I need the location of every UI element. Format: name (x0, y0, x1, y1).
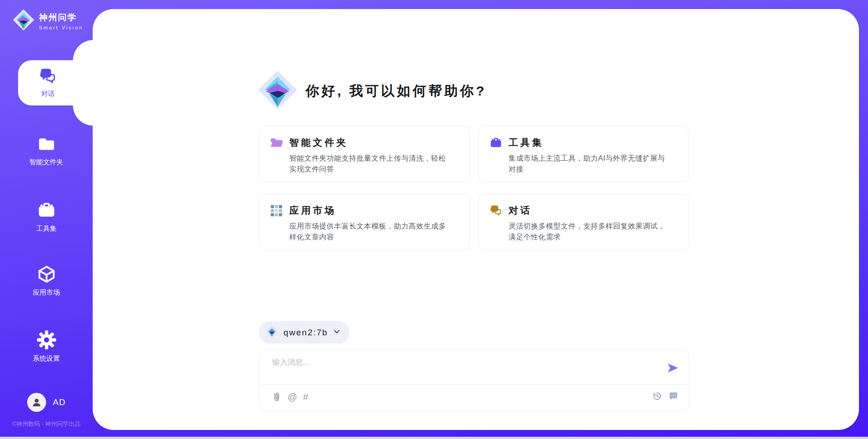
open-folder-icon (270, 137, 283, 149)
gear-icon (37, 330, 57, 352)
paperclip-icon (272, 391, 282, 402)
feature-cards: 智能文件夹 智能文件夹功能支持批量文件上传与清洗，轻松实现文件问答 工具集 集成… (259, 126, 689, 250)
main-panel: 你好, 我可以如何帮助你? 智能文件夹 智能文件夹功能支持批量文件上传与清洗，轻… (93, 9, 859, 430)
assistant-logo-icon (258, 70, 297, 112)
history-button[interactable] (652, 391, 662, 401)
card-title: 对话 (509, 204, 678, 217)
sidebar-item-chat[interactable]: 对话 (18, 60, 93, 105)
user-initials: AD (53, 397, 66, 407)
card-description: 应用市场提供丰富长文本模板，助力高效生成多样化文章内容 (289, 221, 452, 243)
card-chat[interactable]: 对话 灵活切换多模型文件，支持多样回复效果调试，满足个性化需求 (478, 194, 689, 250)
sidebar-item-settings[interactable]: 系统设置 (0, 330, 93, 363)
sidebar-item-toolbox[interactable]: 工具集 (0, 201, 93, 233)
toolbox-icon (37, 201, 56, 222)
sidebar: 神州问学 Smart Vision 对话 智能文件夹 工具集 (0, 0, 93, 439)
mention-button[interactable]: @ (288, 391, 297, 403)
sidebar-item-label: 智能文件夹 (29, 158, 63, 167)
sidebar-item-label: 系统设置 (33, 354, 60, 363)
model-selector[interactable]: qwen2:7b (259, 321, 349, 344)
chevron-down-icon (333, 328, 340, 337)
send-button[interactable] (666, 362, 679, 374)
quick-reply-button[interactable] (669, 391, 678, 401)
model-name: qwen2:7b (283, 328, 328, 338)
sidebar-item-label: 对话 (41, 90, 55, 98)
tab-fillet-top (72, 39, 93, 60)
card-app-market[interactable]: 应用市场 应用市场提供丰富长文本模板，助力高效生成多样化文章内容 (259, 194, 470, 250)
greeting-text: 你好, 我可以如何帮助你? (306, 82, 486, 100)
greeting-block: 你好, 我可以如何帮助你? (258, 70, 486, 112)
history-icon (652, 391, 662, 401)
card-title: 工具集 (509, 136, 678, 149)
sidebar-item-label: 应用市场 (33, 288, 60, 297)
sidebar-footer: ©神州数码 · 神州问学出品 (0, 420, 93, 428)
toolbox-icon (490, 137, 502, 149)
model-logo-icon (266, 325, 278, 339)
chat-bubble-icon (669, 391, 678, 401)
user-avatar-icon (31, 396, 42, 408)
card-title: 应用市场 (289, 204, 458, 217)
screen-bottom-edge (0, 437, 868, 439)
composer-tools: @ # (272, 391, 308, 403)
brand-text: 神州问学 Smart Vision (39, 12, 83, 30)
sidebar-item-app-market[interactable]: 应用市场 (0, 265, 93, 297)
folder-icon (37, 134, 56, 155)
attachment-button[interactable] (272, 391, 282, 402)
brand-logo: 神州问学 Smart Vision (13, 9, 83, 33)
card-description: 集成市场上主流工具，助力AI与外界无缝扩展与对接 (509, 153, 671, 175)
tab-fillet-bottom (72, 105, 93, 126)
message-composer: @ # (259, 349, 689, 411)
brand-title: 神州问学 (39, 12, 83, 24)
message-input[interactable] (272, 357, 656, 382)
sidebar-item-label: 工具集 (36, 224, 57, 233)
sidebar-item-smart-folder[interactable]: 智能文件夹 (0, 134, 93, 167)
send-icon (666, 362, 679, 374)
card-smart-folder[interactable]: 智能文件夹 智能文件夹功能支持批量文件上传与清洗，轻松实现文件问答 (259, 126, 470, 182)
card-toolbox[interactable]: 工具集 集成市场上主流工具，助力AI与外界无缝扩展与对接 (478, 126, 689, 182)
card-description: 灵活切换多模型文件，支持多样回复效果调试，满足个性化需求 (509, 221, 671, 243)
user-profile[interactable]: AD (0, 393, 93, 412)
chat-bubbles-icon (490, 205, 502, 217)
hashtag-button[interactable]: # (303, 391, 308, 403)
card-title: 智能文件夹 (289, 136, 458, 149)
chat-bubbles-icon (39, 67, 57, 87)
composer-right-tools (652, 391, 678, 401)
brand-subtitle: Smart Vision (39, 25, 83, 30)
brand-diamond-icon (13, 9, 34, 33)
card-description: 智能文件夹功能支持批量文件上传与清洗，轻松实现文件问答 (289, 153, 452, 175)
composer-divider (259, 384, 689, 385)
app-grid-icon (270, 205, 283, 217)
cube-icon (37, 265, 56, 286)
avatar (27, 393, 46, 412)
